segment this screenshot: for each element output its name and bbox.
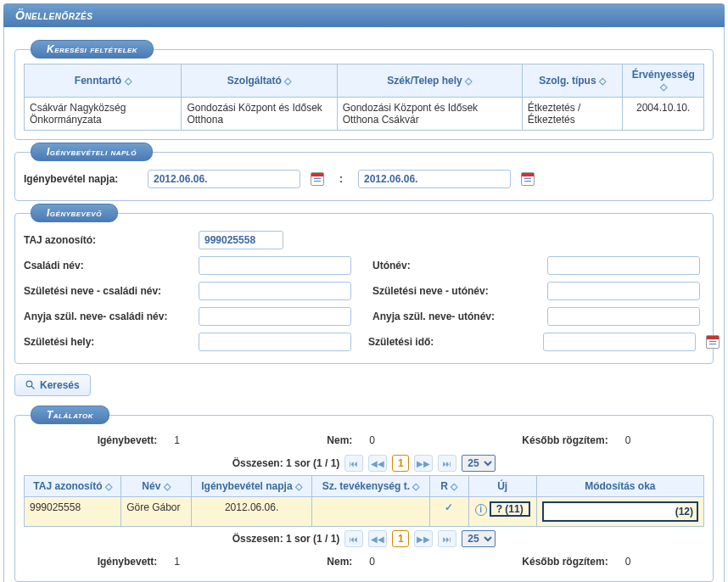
results-header-date[interactable]: Igénybevétel napja ◇ xyxy=(191,476,312,497)
section-tab-search-criteria: Keresési feltételek xyxy=(31,40,154,59)
birth-family-label: Születési neve - családi név: xyxy=(24,285,193,297)
results-header-taj[interactable]: TAJ azonosító ◇ xyxy=(25,476,121,497)
results-header-name[interactable]: Név ◇ xyxy=(121,476,192,497)
usage-date-separator: : xyxy=(339,173,343,185)
table-row: Csákvár Nagyközség Önkormányzata Gondozá… xyxy=(25,98,704,131)
pager-next[interactable]: ▶▶ xyxy=(414,455,433,472)
svg-point-0 xyxy=(26,381,32,387)
sort-icon: ◇ xyxy=(465,76,472,86)
taj-input[interactable] xyxy=(199,231,283,249)
page-size-select[interactable]: 25 xyxy=(462,455,496,472)
search-icon xyxy=(25,380,36,390)
criteria-cell-service-type: Étkeztetés / Étkeztetés xyxy=(522,98,623,131)
section-tab-results: Találatok xyxy=(31,406,109,424)
usage-date-from-input[interactable] xyxy=(148,170,300,188)
sort-icon: ◇ xyxy=(125,76,132,86)
results-table: TAJ azonosító ◇ Név ◇ Igénybevétel napja… xyxy=(24,475,704,527)
info-icon[interactable]: i xyxy=(475,504,487,516)
results-header-new: Új xyxy=(468,476,536,497)
criteria-cell-validity: 2004.10.10. xyxy=(623,98,704,131)
first-name-label: Utónév: xyxy=(372,260,542,271)
criteria-cell-maintainer: Csákvár Nagyközség Önkormányzata xyxy=(25,98,182,131)
birth-date-input[interactable] xyxy=(543,333,696,351)
criteria-header-service-type[interactable]: Szolg. típus ◇ xyxy=(522,64,623,98)
table-row[interactable]: 999025558 Göre Gábor 2012.06.06. ✓ i? (1… xyxy=(25,497,704,527)
usage-date-label: Igénybevétel napja: xyxy=(24,173,143,185)
section-tab-usage-log: Igénybevételi napló xyxy=(31,143,153,161)
result-cell-r: ✓ xyxy=(429,497,468,527)
sort-icon: ◇ xyxy=(599,76,606,86)
pager-prev[interactable]: ◀◀ xyxy=(368,530,387,547)
pager-last[interactable]: ⏭ xyxy=(438,530,456,547)
first-name-input[interactable] xyxy=(547,256,700,275)
results-header-activity[interactable]: Sz. tevékenység t. ◇ xyxy=(312,476,429,497)
criteria-cell-location: Gondozási Központ és Idősek Otthona Csák… xyxy=(337,98,522,131)
mother-first-input[interactable] xyxy=(547,307,700,326)
result-cell-mod-reason[interactable]: (12) xyxy=(536,497,703,527)
pager-last[interactable]: ⏭ xyxy=(438,455,456,472)
result-cell-date: 2012.06.06. xyxy=(191,497,312,527)
section-tab-recipient: Igénybevevő xyxy=(31,204,118,222)
calendar-icon[interactable] xyxy=(706,335,720,349)
criteria-header-provider[interactable]: Szolgáltató ◇ xyxy=(182,64,337,98)
section-recipient: Igénybevevő TAJ azonosító: Családi név: … xyxy=(14,213,714,364)
mother-family-label: Anyja szül. neve- családi név: xyxy=(24,311,193,322)
result-cell-new[interactable]: i? (11) xyxy=(468,497,536,527)
pager-total-text: Összesen: 1 sor (1 / 1) xyxy=(232,533,340,545)
sort-icon: ◇ xyxy=(284,76,291,86)
criteria-table: Fenntartó ◇ Szolgáltató ◇ Szék/Telep hel… xyxy=(24,64,704,131)
taj-label: TAJ azonosító: xyxy=(24,234,193,246)
search-button[interactable]: Keresés xyxy=(14,374,91,396)
mother-first-label: Anyja szül. neve- utónév: xyxy=(372,311,542,322)
calendar-icon[interactable] xyxy=(521,172,535,186)
pager-first[interactable]: ⏮ xyxy=(344,530,363,547)
pager-top: Összesen: 1 sor (1 / 1) ⏮ ◀◀ 1 ▶▶ ⏭ 25 xyxy=(24,451,704,475)
calendar-icon[interactable] xyxy=(311,172,324,186)
page-title: Önellenőrzés xyxy=(3,3,725,27)
section-results: Találatok Igénybevett: 1 Nem: 0 Később r… xyxy=(14,415,714,582)
birth-first-label: Születési neve - utónév: xyxy=(372,285,542,297)
section-search-criteria: Keresési feltételek Fenntartó ◇ Szolgált… xyxy=(14,49,714,140)
result-cell-taj: 999025558 xyxy=(25,497,121,527)
criteria-header-location[interactable]: Szék/Telep hely ◇ xyxy=(337,64,522,98)
sort-icon: ◇ xyxy=(660,81,667,92)
pager-current-page: 1 xyxy=(392,530,409,547)
pager-next[interactable]: ▶▶ xyxy=(414,530,433,547)
result-cell-name: Göre Gábor xyxy=(121,497,192,527)
criteria-header-maintainer[interactable]: Fenntartó ◇ xyxy=(25,64,182,98)
results-summary-bottom: Igénybevett: 1 Nem: 0 Később rögzítem: 0 xyxy=(24,551,704,573)
check-icon: ✓ xyxy=(445,501,453,513)
results-header-mod-reason: Módosítás oka xyxy=(536,476,703,497)
pager-bottom: Összesen: 1 sor (1 / 1) ⏮ ◀◀ 1 ▶▶ ⏭ 25 xyxy=(24,527,704,551)
pager-current-page: 1 xyxy=(392,455,409,472)
criteria-header-validity[interactable]: Érvényesség ◇ xyxy=(623,64,704,98)
page-size-select[interactable]: 25 xyxy=(462,530,496,547)
mother-family-input[interactable] xyxy=(199,307,351,326)
birth-date-label: Születési idő: xyxy=(368,336,538,348)
pager-prev[interactable]: ◀◀ xyxy=(368,455,387,472)
section-usage-log: Igénybevételi napló Igénybevétel napja: … xyxy=(14,152,714,201)
result-cell-activity xyxy=(312,497,429,527)
family-name-label: Családi név: xyxy=(24,260,193,271)
results-summary-top: Igénybevett: 1 Nem: 0 Később rögzítem: 0 xyxy=(24,429,704,451)
birth-first-input[interactable] xyxy=(547,282,700,300)
criteria-cell-provider: Gondozási Központ és Idősek Otthona xyxy=(182,98,337,131)
pager-total-text: Összesen: 1 sor (1 / 1) xyxy=(232,457,340,469)
usage-date-to-input[interactable] xyxy=(358,170,511,188)
pager-first[interactable]: ⏮ xyxy=(344,455,363,472)
family-name-input[interactable] xyxy=(199,256,351,275)
mod-reason-input[interactable] xyxy=(545,504,675,519)
results-header-r[interactable]: R ◇ xyxy=(429,476,468,497)
svg-line-1 xyxy=(31,386,34,389)
birth-family-input[interactable] xyxy=(199,282,351,300)
birth-place-label: Születési hely: xyxy=(24,336,193,348)
birth-place-input[interactable] xyxy=(199,333,351,351)
